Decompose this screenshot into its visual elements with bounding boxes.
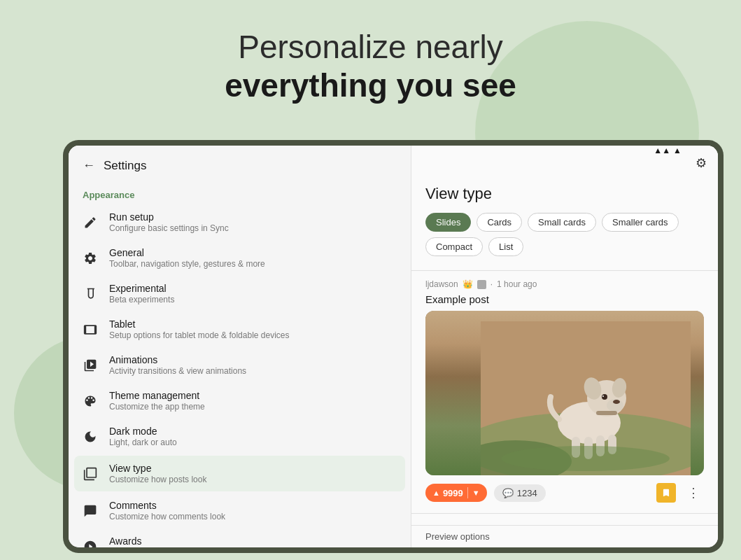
- mod-badge: [477, 280, 486, 289]
- settings-item-general[interactable]: General Toolbar, navigation style, gestu…: [69, 240, 411, 276]
- settings-list: Appearance Run setup Configure basic set…: [69, 181, 411, 547]
- device-frame: ▲▲ ▲ ← Settings Appearance Run setup Con…: [63, 140, 724, 553]
- animations-desc: Activity transitions & view animations: [109, 366, 246, 376]
- section-label-appearance: Appearance: [69, 181, 411, 204]
- post-username: ljdawson: [425, 279, 458, 289]
- flask-icon: [83, 286, 98, 302]
- signal-icon: ▲: [673, 146, 682, 155]
- settings-title: Settings: [104, 159, 146, 173]
- vote-divider: [467, 487, 468, 498]
- theme-management-title: Theme management: [109, 390, 205, 401]
- view-type-heading: View type: [425, 185, 704, 203]
- settings-item-animations-text: Animations Activity transitions & view a…: [109, 354, 246, 376]
- status-bar: ▲▲ ▲: [654, 146, 682, 155]
- comments-desc: Customize how comments look: [109, 512, 225, 522]
- dark-mode-desc: Light, dark or auto: [109, 438, 177, 447]
- back-button[interactable]: ←: [83, 158, 95, 173]
- bookmark-button[interactable]: [656, 483, 676, 503]
- svg-point-10: [602, 396, 604, 397]
- animations-title: Animations: [109, 354, 246, 365]
- general-title: General: [109, 247, 265, 258]
- tablet-title: Tablet: [109, 318, 290, 330]
- hero-line1: Personalize nearly: [0, 28, 741, 66]
- hero-section: Personalize nearly everything you see: [0, 28, 741, 105]
- chip-small-cards[interactable]: Small cards: [528, 213, 596, 232]
- downvote-arrow: ▼: [472, 489, 480, 497]
- settings-header: ← Settings: [69, 146, 411, 181]
- content-panel: ⚙ View type Slides Cards Small cards Sma…: [411, 146, 718, 547]
- more-button[interactable]: ⋮: [683, 482, 704, 503]
- settings-item-theme-management-text: Theme management Customize the app theme: [109, 390, 205, 412]
- comments-title: Comments: [109, 500, 225, 511]
- settings-item-dark-mode[interactable]: Dark mode Light, dark or auto: [69, 419, 411, 454]
- device-screen: ← Settings Appearance Run setup Configur…: [69, 146, 718, 547]
- view-type-nav-desc: Customize how posts look: [109, 475, 206, 484]
- post-meta: ljdawson 👑 · 1 hour ago: [411, 274, 718, 292]
- experimental-title: Experimental: [109, 283, 174, 294]
- view-type-chips: Slides Cards Small cards Smaller cards C…: [425, 213, 704, 256]
- settings-item-run-setup[interactable]: Run setup Configure basic settings in Sy…: [69, 204, 411, 240]
- settings-item-awards-text: Awards Customize how awards are shown: [109, 536, 237, 547]
- post-time: 1 hour ago: [497, 279, 537, 289]
- run-setup-title: Run setup: [109, 211, 229, 223]
- chip-slides[interactable]: Slides: [425, 213, 471, 232]
- comment-count: 1234: [517, 488, 537, 498]
- settings-item-comments-text: Comments Customize how comments look: [109, 500, 225, 522]
- svg-point-16: [502, 446, 670, 471]
- settings-gear-icon[interactable]: ⚙: [696, 155, 707, 171]
- chip-smaller-cards[interactable]: Smaller cards: [602, 213, 678, 232]
- dark-mode-title: Dark mode: [109, 426, 177, 437]
- animation-icon: [83, 358, 98, 373]
- crown-badge: 👑: [463, 279, 473, 289]
- wifi-icon: ▲▲: [654, 146, 670, 155]
- svg-rect-15: [596, 411, 617, 415]
- settings-item-tablet[interactable]: Tablet Setup options for tablet mode & f…: [69, 312, 411, 347]
- gear-icon: [83, 251, 98, 266]
- upvote-arrow: ▲: [432, 489, 440, 497]
- chip-cards[interactable]: Cards: [477, 213, 522, 232]
- settings-item-comments[interactable]: Comments Customize how comments look: [69, 493, 411, 528]
- general-desc: Toolbar, navigation style, gestures & mo…: [109, 259, 265, 269]
- hero-line2: everything you see: [0, 66, 741, 105]
- settings-item-view-type-text: View type Customize how posts look: [109, 463, 206, 484]
- post-actions: ▲ 9999 ▼ 💬 1234 ⋮: [411, 475, 718, 510]
- settings-item-experimental[interactable]: Experimental Beta experiments: [69, 276, 411, 312]
- comment-icon-btn: 💬: [502, 488, 514, 498]
- settings-panel: ← Settings Appearance Run setup Configur…: [69, 146, 411, 547]
- divider-2: [411, 513, 718, 514]
- settings-item-experimental-text: Experimental Beta experiments: [109, 283, 174, 304]
- chip-compact[interactable]: Compact: [425, 237, 483, 256]
- comment-icon: [83, 503, 98, 519]
- awards-title: Awards: [109, 536, 237, 547]
- comment-button[interactable]: 💬 1234: [494, 484, 546, 502]
- settings-item-run-setup-text: Run setup Configure basic settings in Sy…: [109, 211, 229, 233]
- post-image: [425, 311, 704, 475]
- preview-options-label: Preview options: [425, 531, 490, 542]
- post-title: Example post: [411, 292, 718, 311]
- settings-item-theme-management[interactable]: Theme management Customize the app theme: [69, 383, 411, 419]
- dog-photo: [425, 311, 704, 475]
- viewtype-icon: [83, 466, 98, 482]
- svg-point-9: [602, 394, 607, 400]
- chip-list[interactable]: List: [488, 237, 523, 256]
- award-icon: [83, 539, 98, 548]
- theme-management-desc: Customize the app theme: [109, 402, 205, 412]
- experimental-desc: Beta experiments: [109, 295, 174, 304]
- settings-item-dark-mode-text: Dark mode Light, dark or auto: [109, 426, 177, 447]
- vote-count: 9999: [443, 488, 463, 498]
- run-setup-desc: Configure basic settings in Sync: [109, 223, 229, 233]
- view-type-section: View type Slides Cards Small cards Small…: [411, 178, 718, 267]
- view-type-nav-title: View type: [109, 463, 206, 474]
- tablet-icon: [83, 322, 98, 337]
- post-separator: ·: [491, 279, 493, 289]
- settings-item-animations[interactable]: Animations Activity transitions & view a…: [69, 347, 411, 383]
- settings-item-general-text: General Toolbar, navigation style, gestu…: [109, 247, 265, 269]
- settings-item-view-type[interactable]: View type Customize how posts look: [74, 456, 405, 491]
- divider-1: [411, 270, 718, 271]
- palette-icon: [83, 393, 98, 409]
- preview-options-bar: Preview options: [411, 525, 718, 547]
- moon-icon: [83, 429, 98, 444]
- vote-button[interactable]: ▲ 9999 ▼: [425, 484, 487, 502]
- tablet-desc: Setup options for tablet mode & foldable…: [109, 330, 290, 340]
- settings-item-awards[interactable]: Awards Customize how awards are shown: [69, 528, 411, 547]
